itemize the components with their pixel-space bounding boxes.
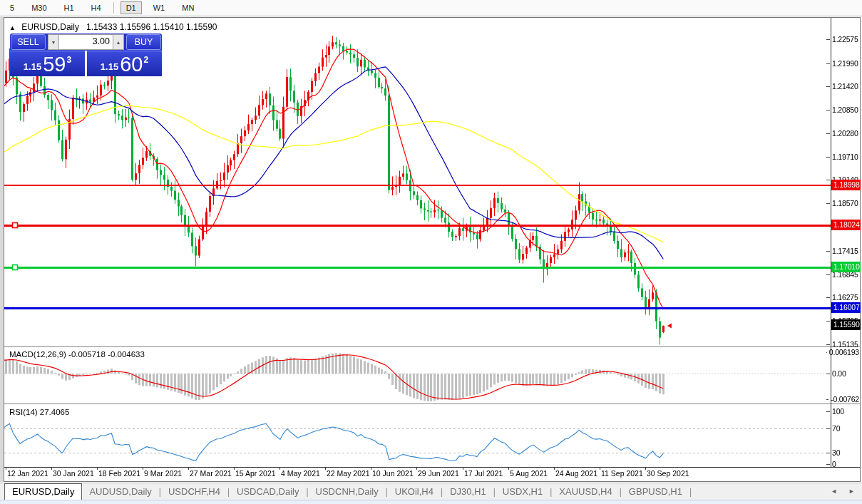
- indicator-tick-label: 100: [832, 407, 844, 416]
- price-tick: 1.16275: [826, 292, 859, 302]
- tab-eurusd[interactable]: EURUSD,Daily: [4, 483, 82, 500]
- level-price-tag: 1.17010: [831, 262, 861, 272]
- tick-dash: [826, 157, 830, 158]
- tick-dash: [826, 399, 828, 400]
- date-tick: 30 Sep 2021: [645, 469, 689, 480]
- date-tick-label: 9 Mar 2021: [143, 469, 182, 478]
- chart-title: ▲ EURUSD,Daily 1.15433 1.15596 1.15410 1…: [9, 22, 217, 32]
- chart-tabbar: EURUSD,DailyAUDUSD,Daily|USDCHF,H4|USDCA…: [0, 483, 862, 500]
- price-tick: 1.17415: [826, 246, 859, 256]
- tick-dash: [143, 468, 143, 470]
- date-tick-label: 18 Feb 2021: [97, 469, 140, 478]
- chart-ohlc-values: 1.15433 1.15596 1.15410 1.15590: [86, 22, 217, 32]
- rsi-panel-separator[interactable]: [4, 403, 860, 405]
- tab-usdchf[interactable]: USDCHF,H4: [161, 484, 227, 500]
- date-tick-label: 30 Sep 2021: [645, 469, 689, 478]
- level-price-tag: 1.18024: [831, 220, 861, 230]
- price-tick-label: 1.17415: [832, 247, 858, 255]
- tab-usdcnh[interactable]: USDCNH,Daily: [309, 484, 386, 500]
- indicator-tick: 0.00: [826, 369, 859, 379]
- tick-dash: [826, 344, 830, 345]
- timeframe-button-h1[interactable]: H1: [58, 1, 80, 14]
- tick-dash: [826, 39, 830, 40]
- price-tick: 1.19710: [826, 152, 859, 162]
- tick-dash: [554, 468, 555, 470]
- tick-dash: [416, 468, 417, 470]
- price-tick-label: 1.19710: [832, 153, 858, 161]
- price-tick: 1.18570: [826, 198, 859, 208]
- indicator-tick: 0.006193: [826, 347, 859, 357]
- date-tick: 17 Jul 2021: [463, 469, 503, 480]
- tick-dash: [826, 428, 830, 429]
- trade-widget-row: SELL ▼ 3.00 ▲ BUY: [10, 34, 162, 51]
- buy-price-panel[interactable]: 1.15 60 2: [87, 51, 162, 76]
- timeframe-button-w1[interactable]: W1: [148, 1, 171, 14]
- sell-price-panel[interactable]: 1.15 59 3: [10, 51, 85, 76]
- tab-dj30[interactable]: DJ30,H1: [443, 484, 493, 500]
- tick-dash: [463, 468, 463, 470]
- timeframe-button-h4[interactable]: H4: [86, 1, 107, 14]
- indicator-tick-label: 0: [832, 460, 836, 468]
- tab-usdx[interactable]: USDX,H1: [496, 484, 550, 500]
- indicator-tick-label: 70: [832, 424, 840, 433]
- price-tick-label: 1.16275: [832, 293, 858, 302]
- tick-dash: [188, 468, 189, 470]
- tick-dash: [51, 468, 52, 470]
- indicator-tick: 70: [826, 423, 859, 433]
- indicator-tick-label: 0.006193: [829, 348, 859, 356]
- level-price-tag: 1.18998: [831, 180, 861, 190]
- rsi-canvas[interactable]: [4, 406, 831, 466]
- date-tick-label: 12 Jan 2021: [6, 469, 48, 478]
- timeframe-button-mn[interactable]: MN: [176, 1, 200, 14]
- tick-dash: [826, 464, 830, 465]
- indicator-tick: 100: [826, 406, 859, 416]
- tab-scroll-left-icon[interactable]: ◄: [831, 488, 837, 495]
- tick-dash: [508, 468, 509, 470]
- chart-symbol-label: EURUSD,Daily: [21, 22, 79, 32]
- collapse-triangle-icon[interactable]: ▲: [9, 24, 16, 31]
- buy-price-small: 1.15: [101, 61, 118, 72]
- date-tick-label: 22 May 2021: [325, 469, 370, 478]
- tab-gbpusd[interactable]: GBPUSD,H1: [622, 484, 689, 500]
- tab-xauusd[interactable]: XAUUSD,H4: [552, 484, 619, 500]
- sell-price-big: 59: [43, 54, 66, 75]
- buy-price-sup: 2: [143, 55, 148, 65]
- date-tick-label: 4 May 2021: [279, 469, 320, 478]
- date-tick-label: 24 Aug 2021: [554, 469, 597, 478]
- tab-scroll-right-icon[interactable]: ►: [848, 488, 855, 495]
- tab-audusd[interactable]: AUDUSD,Daily: [82, 484, 158, 500]
- buy-button[interactable]: BUY: [126, 34, 161, 50]
- date-tick-label: 17 Jul 2021: [463, 469, 503, 478]
- tab-ukoil[interactable]: UKOil,H4: [388, 484, 441, 500]
- level-price-tag: 1.16007: [831, 302, 861, 313]
- date-tick-label: 11 Sep 2021: [600, 469, 643, 478]
- date-tick-label: 30 Jan 2021: [51, 469, 94, 478]
- tab-nav: ◄►: [831, 488, 855, 495]
- tick-dash: [234, 468, 235, 470]
- price-tick: 1.22575: [826, 34, 859, 44]
- date-tick: 24 Aug 2021: [554, 469, 597, 480]
- volume-increase-icon[interactable]: ▲: [113, 34, 124, 50]
- tick-dash: [826, 133, 830, 134]
- tick-dash: [826, 274, 830, 275]
- date-tick: 10 Jun 2021: [371, 469, 414, 480]
- date-tick: 29 Jun 2021: [416, 469, 459, 480]
- tick-dash: [826, 352, 827, 353]
- timeframe-button-d1[interactable]: D1: [120, 1, 142, 14]
- tab-usdcad[interactable]: USDCAD,Daily: [230, 484, 306, 500]
- timeframe-button-5[interactable]: 5: [4, 1, 20, 14]
- tick-dash: [826, 203, 830, 204]
- tick-dash: [826, 321, 830, 322]
- tick-dash: [645, 468, 646, 470]
- price-tick-label: 1.22575: [832, 35, 858, 43]
- timeframe-button-m30[interactable]: M30: [26, 1, 52, 14]
- tick-dash: [6, 468, 6, 470]
- volume-input[interactable]: 3.00: [59, 34, 113, 50]
- sell-price-small: 1.15: [24, 61, 41, 72]
- tick-dash: [325, 468, 326, 470]
- date-tick: 30 Jan 2021: [51, 469, 94, 480]
- macd-panel-separator[interactable]: [4, 346, 860, 348]
- date-tick: 22 May 2021: [325, 469, 370, 480]
- volume-decrease-icon[interactable]: ▼: [48, 34, 59, 50]
- sell-button[interactable]: SELL: [11, 34, 46, 50]
